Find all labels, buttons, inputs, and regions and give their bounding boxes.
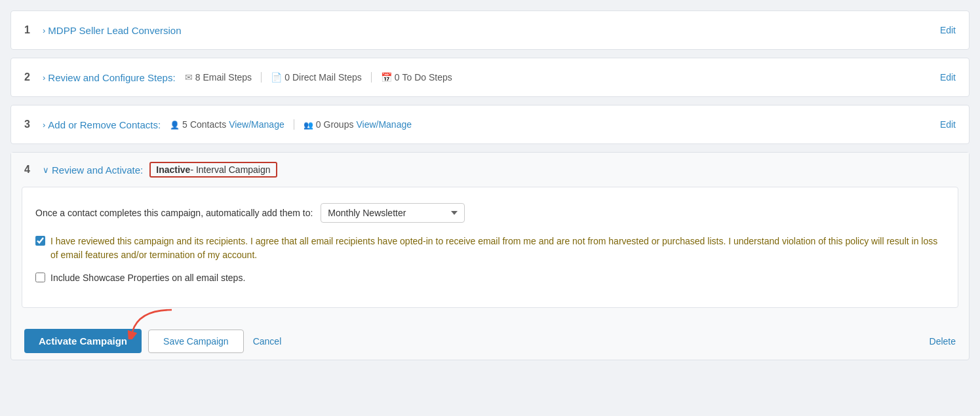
status-badge: Inactive - Interval Campaign — [149, 162, 277, 178]
step-4-number: 4 — [24, 164, 43, 176]
step-3-card: 3 › Add or Remove Contacts: 5 Contacts V… — [10, 105, 970, 144]
envelope-icon — [185, 72, 193, 83]
direct-mail-steps-item: 0 Direct Mail Steps — [262, 72, 372, 83]
cancel-button[interactable]: Cancel — [250, 330, 284, 352]
step-4-title[interactable]: Review and Activate: — [52, 164, 143, 176]
autocomplete-row: Once a contact completes this campaign, … — [35, 203, 945, 223]
step-1-title[interactable]: MDPP Seller Lead Conversion — [48, 25, 181, 36]
step-1-chevron[interactable]: › — [43, 26, 45, 35]
step-1-number: 1 — [24, 24, 43, 36]
todo-steps-item: 0 To Do Steps — [372, 72, 461, 83]
contacts-item: 5 Contacts View/Manage — [166, 119, 294, 130]
status-inactive: Inactive — [156, 164, 190, 175]
email-steps-item: 8 Email Steps — [181, 72, 262, 83]
autocomplete-label: Once a contact completes this campaign, … — [35, 208, 313, 218]
step-2-card: 2 › Review and Configure Steps: 8 Email … — [10, 58, 970, 97]
step-3-edit-button[interactable]: Edit — [940, 119, 956, 130]
groups-count: 0 — [316, 119, 321, 130]
footer-row: Activate Campaign Save Campaign Cancel D… — [11, 318, 969, 360]
groups-view-manage-link[interactable]: View/Manage — [356, 119, 412, 130]
autocomplete-select[interactable]: Monthly Newsletter Weekly Update None — [321, 203, 465, 223]
checkbox2-row: Include Showcase Properties on all email… — [35, 271, 945, 285]
todo-label: To Do Steps — [402, 72, 452, 83]
showcase-label[interactable]: Include Showcase Properties on all email… — [50, 271, 245, 285]
step-3-meta: 5 Contacts View/Manage 0 Groups View/Man… — [166, 119, 421, 130]
contacts-label: Contacts — [190, 119, 226, 130]
save-campaign-button[interactable]: Save Campaign — [148, 330, 244, 353]
step-1-header: 1 › MDPP Seller Lead Conversion Edit — [11, 11, 969, 49]
step-2-header: 2 › Review and Configure Steps: 8 Email … — [11, 58, 969, 96]
step-2-meta: 8 Email Steps 0 Direct Mail Steps 0 To D… — [181, 72, 461, 83]
direct-mail-label: Direct Mail Steps — [292, 72, 362, 83]
step-1-edit-button[interactable]: Edit — [940, 25, 956, 35]
step-3-chevron[interactable]: › — [43, 120, 45, 130]
step-2-chevron[interactable]: › — [43, 73, 45, 83]
email-steps-count: 8 — [195, 72, 201, 83]
groups-item: 0 Groups View/Manage — [294, 119, 421, 130]
status-rest: - Interval Campaign — [190, 164, 270, 175]
step-1-card: 1 › MDPP Seller Lead Conversion Edit — [10, 10, 970, 50]
person-icon — [170, 119, 180, 130]
mail-icon — [271, 72, 282, 83]
step-3-title[interactable]: Add or Remove Contacts: — [48, 119, 161, 130]
step-2-edit-button[interactable]: Edit — [940, 72, 956, 83]
contacts-count: 5 — [182, 119, 187, 130]
delete-button[interactable]: Delete — [930, 336, 956, 347]
showcase-checkbox[interactable] — [35, 273, 45, 282]
step-3-number: 3 — [24, 119, 43, 130]
step-4-header: 4 ∨ Review and Activate: Inactive - Inte… — [11, 153, 969, 187]
activate-campaign-button[interactable]: Activate Campaign — [24, 329, 142, 353]
step-3-header: 3 › Add or Remove Contacts: 5 Contacts V… — [11, 105, 969, 143]
step-4-card: 4 ∨ Review and Activate: Inactive - Inte… — [10, 152, 970, 360]
terms-checkbox[interactable] — [35, 236, 45, 246]
step-4-chevron[interactable]: ∨ — [43, 165, 49, 175]
step-2-title[interactable]: Review and Configure Steps: — [48, 72, 175, 83]
checkbox1-row: I have reviewed this campaign and its re… — [35, 235, 945, 262]
todo-count: 0 — [395, 72, 400, 83]
direct-mail-count: 0 — [284, 72, 290, 83]
todo-icon — [381, 72, 392, 83]
group-icon — [304, 119, 313, 130]
step-2-number: 2 — [24, 71, 43, 83]
step-4-body: Once a contact completes this campaign, … — [22, 187, 958, 308]
email-steps-label: Email Steps — [203, 72, 252, 83]
contacts-view-manage-link[interactable]: View/Manage — [229, 119, 284, 130]
terms-label[interactable]: I have reviewed this campaign and its re… — [50, 235, 945, 262]
groups-label: Groups — [324, 119, 354, 130]
